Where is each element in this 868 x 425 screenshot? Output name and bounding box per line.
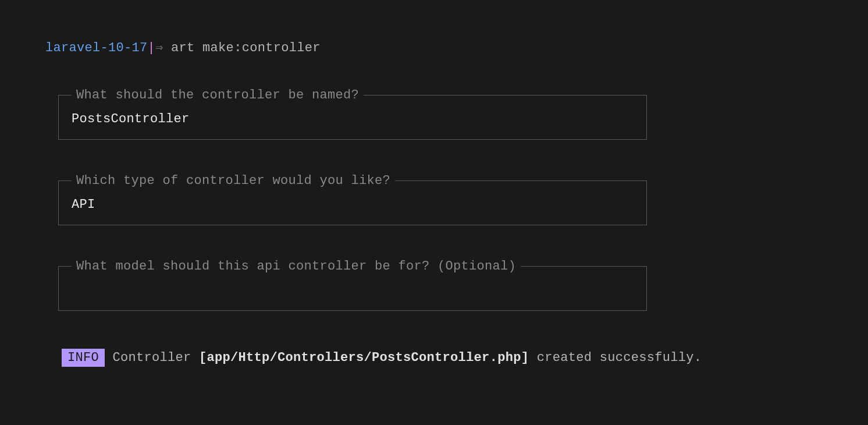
fieldset-controller-name: What should the controller be named? Pos… — [58, 88, 647, 140]
fieldset-model: What model should this api controller be… — [58, 259, 647, 311]
value-controller-type[interactable]: API — [72, 197, 634, 212]
legend-controller-type: Which type of controller would you like? — [72, 173, 395, 188]
value-controller-name[interactable]: PostsController — [72, 112, 634, 126]
prompt-field-controller-name: What should the controller be named? Pos… — [45, 88, 823, 140]
prompt-path: laravel-10-17 — [45, 41, 148, 55]
info-path: [app/Http/Controllers/PostsController.ph… — [199, 350, 529, 365]
prompt-command[interactable]: art make:controller — [171, 41, 321, 55]
fieldset-controller-type: Which type of controller would you like?… — [58, 173, 647, 225]
shell-prompt-line: laravel-10-17|⇒ art make:controller — [45, 40, 823, 55]
legend-model: What model should this api controller be… — [72, 259, 521, 274]
value-model[interactable] — [72, 283, 634, 298]
info-line: INFO Controller [app/Http/Controllers/Po… — [45, 350, 823, 365]
info-prefix: Controller — [105, 350, 199, 365]
legend-controller-name: What should the controller be named? — [72, 88, 364, 102]
prompt-field-model: What model should this api controller be… — [45, 259, 823, 311]
prompt-field-controller-type: Which type of controller would you like?… — [45, 173, 823, 225]
prompt-separator: | — [148, 41, 156, 55]
info-badge: INFO — [62, 349, 105, 367]
prompt-arrow: ⇒ — [155, 41, 163, 55]
info-suffix: created successfully. — [529, 350, 702, 365]
